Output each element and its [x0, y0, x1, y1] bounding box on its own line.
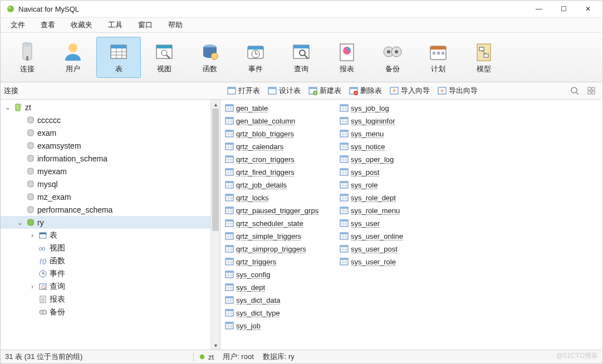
tree-node[interactable]: ⌄zt: [1, 101, 210, 114]
table-item[interactable]: qrtz_calendars: [224, 140, 335, 153]
table-item[interactable]: qrtz_locks: [224, 191, 335, 204]
table-item[interactable]: sys_notice: [339, 140, 450, 153]
table-item[interactable]: sys_logininfor: [339, 115, 450, 127]
table-node-icon: [225, 257, 234, 266]
toolbar-table[interactable]: 表: [96, 37, 141, 78]
table-item[interactable]: sys_user_role: [339, 255, 450, 268]
toolbar-report[interactable]: 报表: [325, 37, 369, 78]
table-item[interactable]: qrtz_job_details: [224, 179, 335, 191]
action-import-wizard[interactable]: 导入向导: [386, 85, 433, 97]
scroll-thumb[interactable]: [212, 109, 219, 231]
svg-rect-24: [293, 45, 309, 48]
tree-node[interactable]: cccccc: [1, 114, 210, 126]
table-item[interactable]: sys_dict_data: [224, 294, 335, 306]
svg-point-245: [200, 355, 205, 360]
menu-file[interactable]: 文件: [3, 18, 33, 32]
menu-view[interactable]: 查看: [33, 18, 63, 32]
tree-node[interactable]: 报表: [1, 293, 210, 306]
toolbar-query[interactable]: 查询: [279, 37, 323, 78]
tree-label: information_schema: [37, 154, 107, 163]
table-name: sys_job: [236, 322, 261, 330]
scroll-down-icon[interactable]: ▾: [211, 341, 220, 350]
window-minimize-button[interactable]: —: [527, 1, 551, 17]
svg-point-5: [68, 43, 77, 52]
table-item[interactable]: sys_dict_type: [224, 307, 335, 319]
tree-node[interactable]: exam: [1, 126, 210, 139]
table-item[interactable]: qrtz_scheduler_state: [224, 217, 335, 229]
table-item[interactable]: sys_job: [224, 319, 335, 332]
tree-node[interactable]: 备份: [1, 306, 210, 318]
chevron-right-icon[interactable]: ›: [28, 232, 36, 239]
toolbar-function[interactable]: 函数: [188, 37, 232, 78]
svg-rect-101: [225, 130, 233, 132]
svg-rect-131: [225, 207, 233, 209]
action-export-wizard[interactable]: 导出向导: [434, 85, 481, 97]
toolbar-user[interactable]: 用户: [51, 37, 95, 78]
toolbar-connection[interactable]: 连接: [5, 37, 50, 78]
tree-node[interactable]: ⌄ry: [1, 216, 210, 229]
table-item[interactable]: sys_user_online: [339, 230, 450, 242]
scroll-track[interactable]: [211, 109, 220, 341]
window-maximize-button[interactable]: ☐: [551, 1, 576, 17]
table-item[interactable]: qrtz_triggers: [224, 255, 335, 268]
toolbar-model[interactable]: 模型: [462, 37, 506, 78]
tree-node[interactable]: performance_schema: [1, 203, 210, 216]
tree-node[interactable]: examsystem: [1, 139, 210, 152]
connection-tree[interactable]: ⌄ztccccccexamexamsysteminformation_schem…: [1, 100, 210, 350]
scroll-up-icon[interactable]: ▴: [211, 100, 220, 109]
table-item[interactable]: qrtz_blob_triggers: [224, 127, 335, 140]
tree-node[interactable]: myexam: [1, 165, 210, 178]
tree-node[interactable]: ƒ()函数: [1, 254, 210, 267]
table-item[interactable]: qrtz_cron_triggers: [224, 153, 335, 165]
tool-search[interactable]: [567, 85, 582, 96]
table-name: sys_role: [351, 181, 378, 189]
tree-node[interactable]: mysql: [1, 178, 210, 190]
tree-node[interactable]: 事件: [1, 267, 210, 280]
table-item[interactable]: qrtz_simprop_triggers: [224, 243, 335, 255]
table-item[interactable]: sys_user_post: [339, 243, 450, 255]
tree-node[interactable]: oo视图: [1, 242, 210, 254]
menu-help[interactable]: 帮助: [160, 18, 190, 32]
table-item[interactable]: sys_menu: [339, 127, 450, 140]
svg-rect-121: [225, 181, 233, 183]
table-item[interactable]: qrtz_fired_triggers: [224, 166, 335, 178]
window-close-button[interactable]: ✕: [576, 1, 600, 17]
table-item[interactable]: sys_job_log: [339, 102, 450, 114]
toolbar-backup[interactable]: 备份: [370, 37, 415, 78]
svg-rect-19: [248, 46, 263, 50]
toolbar-event[interactable]: 事件: [233, 37, 278, 78]
action-open-table[interactable]: 打开表: [224, 85, 263, 97]
table-item[interactable]: sys_post: [339, 166, 450, 178]
table-item[interactable]: sys_role_menu: [339, 204, 450, 217]
table-item[interactable]: gen_table_column: [224, 115, 335, 127]
chevron-down-icon[interactable]: ⌄: [4, 104, 12, 111]
svg-rect-201: [340, 156, 348, 158]
menu-favorite[interactable]: 收藏夹: [63, 18, 100, 32]
menu-tools[interactable]: 工具: [100, 18, 130, 32]
toolbar-view[interactable]: 视图: [142, 37, 187, 78]
table-item[interactable]: qrtz_simple_triggers: [224, 230, 335, 242]
action-design-table[interactable]: 设计表: [264, 85, 304, 97]
tree-node[interactable]: information_schema: [1, 152, 210, 165]
tree-scrollbar[interactable]: ▴ ▾: [210, 100, 220, 350]
export-icon: [438, 86, 447, 95]
table-item[interactable]: sys_oper_log: [339, 153, 450, 165]
chevron-right-icon[interactable]: ›: [28, 283, 36, 291]
table-name: sys_user: [351, 219, 380, 228]
tree-node[interactable]: ›查询: [1, 280, 210, 293]
action-new-table[interactable]: 新建表: [305, 85, 345, 97]
table-item[interactable]: sys_config: [224, 268, 335, 281]
menu-window[interactable]: 窗口: [130, 18, 160, 32]
table-item[interactable]: sys_user: [339, 217, 450, 229]
tree-node[interactable]: ›表: [1, 229, 210, 242]
action-delete-table[interactable]: 删除表: [346, 85, 385, 97]
chevron-down-icon[interactable]: ⌄: [16, 219, 24, 227]
table-item[interactable]: sys_role_dept: [339, 191, 450, 204]
tree-node[interactable]: mz_exam: [1, 190, 210, 203]
table-item[interactable]: gen_table: [224, 102, 335, 114]
table-item[interactable]: qrtz_paused_trigger_grps: [224, 204, 335, 217]
toolbar-schedule[interactable]: 计划: [416, 37, 460, 78]
tool-grid[interactable]: [584, 85, 599, 96]
table-item[interactable]: sys_role: [339, 179, 450, 191]
table-item[interactable]: sys_dept: [224, 281, 335, 293]
